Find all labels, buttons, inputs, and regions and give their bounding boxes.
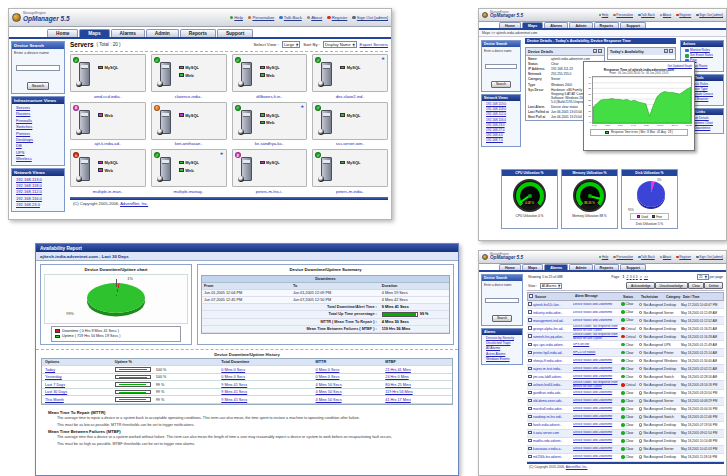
alarm-source-link[interactable]: marshall-india.adve.. [533, 407, 573, 411]
server-card-body[interactable]: MySQL [312, 102, 388, 140]
search-button[interactable]: Search [492, 315, 512, 322]
server-card-body[interactable]: MySQL [151, 102, 227, 140]
page-link[interactable]: 4 [633, 275, 635, 279]
alarm-source-link[interactable]: old-demo-xeon.adv.. [533, 399, 573, 403]
alarm-source-link[interactable]: sandeep-m-lnx.indi.. [533, 415, 573, 419]
server-card-body[interactable]: MySQL [312, 54, 388, 92]
top-link[interactable]: Talk Back [638, 255, 655, 259]
server-card-body[interactable]: 2 MySQL [232, 149, 308, 187]
alarm-message-link[interactable]: Device Down. No response from device for… [573, 333, 621, 340]
alarm-source-link[interactable]: mk256k-lnx.advent.. [533, 455, 573, 459]
row-checkbox[interactable] [528, 391, 532, 395]
page-link[interactable]: 5 [636, 275, 638, 279]
favorite-star-icon[interactable] [300, 104, 304, 109]
alarm-message-link[interactable]: Device status and Downtime [573, 423, 621, 427]
sidebar-link[interactable]: 192.168.7.0 [482, 138, 520, 143]
row-checkbox[interactable] [528, 439, 532, 443]
period-link[interactable]: Last 7 Days [42, 382, 112, 388]
row-checkbox[interactable] [528, 431, 532, 435]
top-link[interactable]: Sign Out [admin] [352, 15, 388, 20]
mtbf-link[interactable]: 119 Hrs 56 Mins [382, 389, 452, 395]
row-checkbox[interactable] [528, 343, 532, 347]
row-checkbox[interactable] [528, 383, 532, 387]
device-name-link[interactable]: clarence-india.. [151, 94, 227, 99]
alarm-source-link[interactable]: sheeja-ff.india.adve.. [533, 359, 573, 363]
alarm-source-link[interactable]: kurosawa-v.india.a.. [533, 447, 573, 451]
mtbf-link[interactable]: 21 Hrs 41 Mins [382, 367, 452, 373]
top-link[interactable]: About [660, 255, 671, 259]
mtbf-link[interactable]: 24 Hrs 0 Mins [382, 374, 452, 380]
favorite-star-icon[interactable] [219, 151, 223, 156]
row-checkbox[interactable] [528, 415, 532, 419]
tab[interactable]: Home [499, 264, 521, 270]
alarm-message-link[interactable]: Device status and Downtime [573, 399, 621, 403]
alarm-message-link[interactable]: Device status and Downtime [573, 359, 621, 363]
alarm-source-link[interactable]: ajitesh-lnx10.i-lan.. [533, 303, 573, 307]
last-page-link[interactable]: >> [644, 275, 648, 279]
alarm-source-link[interactable]: industry-india.adve.. [533, 311, 573, 315]
alarm-source-link[interactable]: it-asia-server.com [533, 431, 573, 435]
top-link[interactable]: Talk Back [279, 15, 301, 20]
alarm-message-link[interactable]: Device status and Downtime [573, 367, 621, 371]
adventnet-link[interactable]: AdventNet, Inc. [120, 201, 148, 206]
refresh-icon[interactable] [598, 49, 602, 53]
sort-by-dropdown[interactable]: Display Name [323, 41, 357, 48]
alarm-message-link[interactable]: Device status and Downtime [573, 375, 621, 379]
toolbar-button[interactable]: Unacknowledge [655, 282, 687, 289]
row-checkbox[interactable] [528, 375, 532, 379]
top-link[interactable]: Personalize [613, 255, 633, 259]
alarm-message-link[interactable]: Device status and Downtime [573, 407, 621, 411]
row-checkbox[interactable] [528, 351, 532, 355]
tab[interactable]: Admin [569, 264, 592, 270]
downtime-link[interactable]: 9 Mins 41 Secs [218, 397, 312, 403]
alarm-message-link[interactable]: Device Down. No response from device for… [573, 325, 621, 332]
alarm-message-link[interactable]: Device status and Downtime [573, 447, 621, 451]
top-link[interactable]: Personalize [613, 13, 633, 17]
tab[interactable]: Maps [522, 264, 543, 270]
mttr-link[interactable]: 0 Mins 0 Secs [313, 367, 383, 373]
sidebar-link[interactable]: Windows Events [482, 357, 522, 362]
row-checkbox[interactable] [528, 318, 532, 322]
toolbar-button[interactable]: Clear [688, 282, 705, 289]
mttr-link[interactable]: 4 Mins 50 Secs [313, 382, 383, 388]
alarm-message-link[interactable]: Device status and Downtime [573, 319, 621, 323]
row-checkbox[interactable] [528, 407, 532, 411]
row-checkbox[interactable] [528, 310, 532, 314]
server-card-body[interactable]: MySQL [70, 54, 146, 92]
search-input[interactable] [485, 64, 516, 69]
row-checkbox[interactable] [528, 302, 532, 306]
tab[interactable]: Support [217, 29, 253, 37]
device-name-link[interactable]: ke-sandhya-ka.. [232, 141, 308, 146]
toolbar-button[interactable]: Acknowledge [626, 282, 655, 289]
device-name-link[interactable]: ken-anithasan.. [151, 141, 227, 146]
row-checkbox[interactable] [528, 399, 532, 403]
top-link[interactable]: Talk Back [638, 13, 655, 17]
tab[interactable]: Support [620, 264, 646, 270]
search-input[interactable] [16, 65, 60, 71]
alarm-message-link[interactable]: Device status and Downtime [573, 431, 621, 435]
view-dropdown[interactable]: All Alarms [540, 283, 563, 289]
select-all-checkbox[interactable] [529, 294, 533, 298]
server-card-body[interactable]: MySQL [312, 149, 388, 187]
downtime-link[interactable]: 0 Mins 0 Secs [218, 367, 312, 373]
alarm-source-link[interactable]: printer-hp4.india.ad.. [533, 351, 573, 355]
device-name-link[interactable]: ajit-k.india-ad.. [70, 141, 146, 146]
device-name-link[interactable]: amd-ccd.india.. [70, 94, 146, 99]
alarm-source-link[interactable]: ashwin-lnx64.india.. [533, 383, 573, 387]
tab[interactable]: Maps [79, 29, 109, 37]
row-checkbox[interactable] [528, 359, 532, 363]
server-card-body[interactable]: 6 Web [70, 102, 146, 140]
alarm-source-link[interactable]: rajeev-m-test.india.. [533, 367, 573, 371]
alarm-source-link[interactable]: madhu-ndo.advent.. [533, 439, 573, 443]
downtime-link[interactable]: 9 Mins 41 Secs [218, 382, 312, 388]
breadcrumb[interactable]: Maps >> ajitesh-india.adventnet.com [479, 30, 726, 37]
top-link[interactable]: Help [599, 255, 609, 259]
sidebar-link[interactable]: 192.168.23.0 [12, 202, 64, 208]
page-link[interactable]: 3 [630, 275, 632, 279]
edit-icon[interactable] [593, 49, 597, 53]
top-link[interactable]: Register [327, 15, 347, 20]
alarm-source-link[interactable]: management-ind.ad.. [533, 319, 573, 323]
server-card-body[interactable]: MySQL Web [151, 54, 227, 92]
tab[interactable]: Admin [146, 29, 179, 37]
mttr-link[interactable]: 0 Mins 0 Secs [313, 374, 383, 380]
